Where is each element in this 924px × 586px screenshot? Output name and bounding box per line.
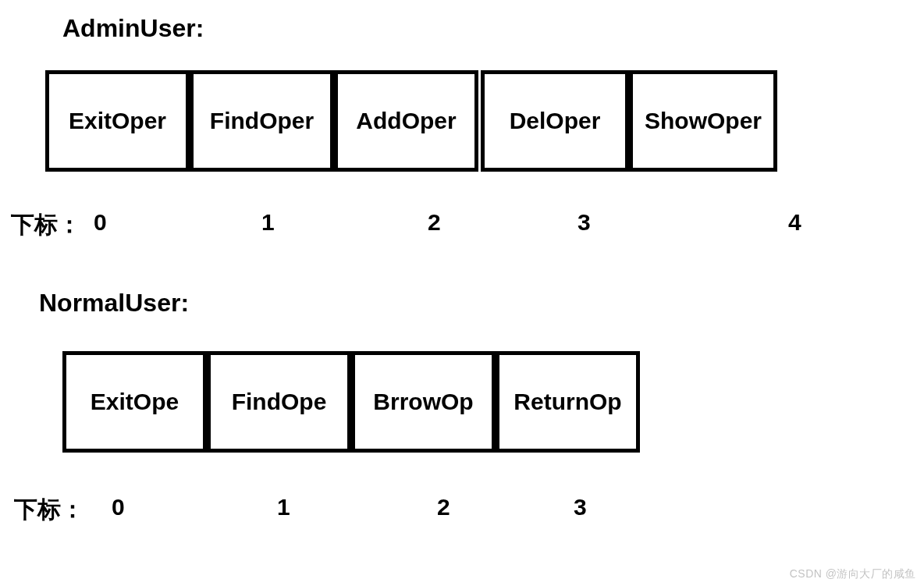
admin-cell-2-label: AddOper [356, 108, 456, 134]
normal-index-0: 0 [112, 494, 125, 520]
watermark-text: CSDN @游向大厂的咸鱼 [790, 567, 916, 581]
section-title-normal: NormalUser: [39, 289, 189, 318]
admin-index-1: 1 [261, 209, 275, 236]
normal-cell-3-label: ReturnOp [514, 389, 621, 415]
admin-cell-2: AddOper [334, 70, 478, 172]
admin-cell-0: ExitOper [45, 70, 190, 172]
admin-cell-4-label: ShowOper [645, 108, 762, 134]
normal-cell-2-label: BrrowOp [373, 389, 473, 415]
section-title-admin: AdminUser: [62, 14, 204, 43]
admin-cell-0-label: ExitOper [69, 108, 166, 134]
normal-index-1: 1 [277, 494, 290, 520]
normal-cell-1-label: FindOpe [232, 389, 327, 415]
normal-cell-2: BrrowOp [351, 351, 496, 453]
admin-index-3: 3 [578, 209, 591, 236]
normal-index-3: 3 [574, 494, 587, 520]
admin-index-label: 下标： [11, 209, 81, 241]
admin-index-0: 0 [94, 209, 107, 236]
admin-cell-3-label: DelOper [510, 108, 601, 134]
normal-cell-1: FindOpe [207, 351, 351, 453]
admin-cell-4: ShowOper [629, 70, 777, 172]
admin-index-4: 4 [788, 209, 801, 236]
admin-cell-3: DelOper [481, 70, 629, 172]
normal-cell-0-label: ExitOpe [91, 389, 179, 415]
normal-index-label: 下标： [14, 494, 84, 526]
admin-index-2: 2 [428, 209, 441, 236]
admin-cell-1-label: FindOper [210, 108, 314, 134]
admin-cell-1: FindOper [190, 70, 334, 172]
normal-cell-0: ExitOpe [62, 351, 207, 453]
normal-cell-3: ReturnOp [496, 351, 640, 453]
normal-index-2: 2 [437, 494, 450, 520]
